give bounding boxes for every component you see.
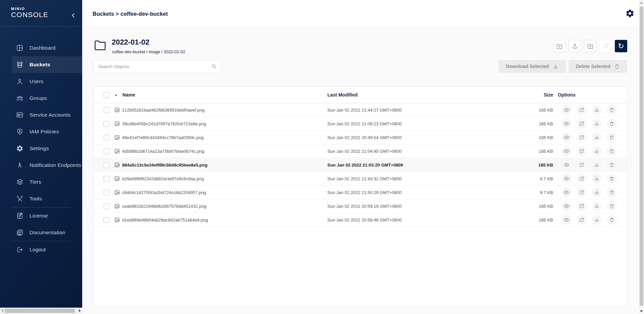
delete-object-button[interactable] [607, 201, 617, 211]
upload-file-button[interactable] [569, 40, 581, 52]
last-modified-column-header[interactable]: Last Modified [327, 92, 524, 98]
row-checkbox[interactable] [104, 148, 109, 154]
object-name[interactable]: 48e41ef7e69c443494cc78b7aaf25fdc.png [122, 135, 204, 140]
share-object-button[interactable] [577, 215, 587, 225]
sidebar-item-service-accounts[interactable]: Service Accounts [0, 107, 82, 123]
delete-object-button[interactable] [607, 187, 617, 197]
share-object-button[interactable] [577, 174, 587, 184]
object-name[interactable]: ceab9832b11948bfb2887578dd451432.png [122, 204, 206, 209]
delete-object-button[interactable] [607, 119, 617, 129]
table-row[interactable]: c8dd4c1d270f43a2b4724ccbb2204957.png Sun… [94, 186, 627, 199]
delete-object-button[interactable] [607, 174, 617, 184]
scroll-up-arrow-icon[interactable] [640, 2, 643, 4]
sidebar-item-tools[interactable]: Tools [0, 190, 82, 207]
download-object-button[interactable] [592, 201, 602, 211]
object-name[interactable]: d1ed868d48b54dd29ac842ab751a64e8.png [122, 217, 208, 223]
download-object-button[interactable] [592, 160, 602, 170]
object-name[interactable]: 212b052b1bad482fb8369533ebf0aeef.png [122, 108, 205, 113]
share-object-button[interactable] [577, 187, 587, 197]
download-object-button[interactable] [592, 119, 602, 129]
download-object-button[interactable] [592, 174, 602, 184]
sidebar-item-buckets[interactable]: Buckets [0, 56, 82, 73]
scroll-left-arrow-icon[interactable] [1, 309, 3, 312]
share-object-button[interactable] [577, 119, 587, 129]
download-object-button[interactable] [592, 132, 602, 142]
object-name[interactable]: b29a08fbf92342d882dcbdf7e9c9c9aa.png [122, 176, 204, 181]
preview-object-button[interactable] [561, 215, 572, 225]
sidebar-item-tiers[interactable]: Tiers [0, 174, 82, 190]
table-row[interactable]: 884a5c13c5e34eff89c56d8c95bee8e5.png Sun… [94, 158, 627, 172]
share-object-button[interactable] [577, 105, 587, 115]
table-row[interactable]: b29a08fbf92342d882dcbdf7e9c9c9aa.png Sun… [94, 172, 627, 186]
preview-object-button[interactable] [561, 146, 572, 156]
row-checkbox[interactable] [104, 162, 109, 168]
sidebar-item-groups[interactable]: Groups [0, 90, 82, 107]
row-checkbox[interactable] [104, 203, 109, 209]
preview-object-button[interactable] [561, 201, 572, 211]
row-checkbox[interactable] [104, 107, 109, 113]
sidebar-item-iam-policies[interactable]: IAM Policies [0, 123, 82, 140]
delete-object-button[interactable] [607, 160, 617, 170]
sidebar-item-label: IAM Policies [30, 129, 59, 135]
share-object-button[interactable] [577, 160, 587, 170]
download-selected-button[interactable]: Download Selected [498, 60, 566, 73]
name-column-header[interactable]: ▲ Name [114, 92, 327, 98]
sidebar-item-logout[interactable]: Logout [0, 241, 82, 258]
preview-object-button[interactable] [561, 132, 572, 142]
table-row[interactable]: 212b052b1bad482fb8369533ebf0aeef.png Sun… [94, 103, 627, 117]
delete-selected-button[interactable]: Delete Selected [569, 60, 628, 73]
scroll-right-arrow-icon[interactable] [79, 309, 81, 312]
share-object-button[interactable] [577, 132, 587, 142]
table-row[interactable]: d1ed868d48b54dd29ac842ab751a64e8.png Sun… [94, 213, 627, 227]
download-object-button[interactable] [592, 105, 602, 115]
table-row[interactable]: 4d58f8b1b6714a23a73fd47bfae0b74c.png Sun… [94, 144, 627, 158]
sidebar-item-dashboard[interactable]: Dashboard [0, 40, 82, 56]
delete-object-button[interactable] [607, 132, 617, 142]
rewind-button[interactable]: ↺ [599, 40, 612, 52]
scroll-down-arrow-icon[interactable] [640, 310, 643, 312]
download-object-button[interactable] [592, 146, 602, 156]
select-all-checkbox[interactable] [104, 92, 109, 98]
object-name[interactable]: 884a5c13c5e34eff89c56d8c95bee8e5.png [122, 163, 207, 168]
row-checkbox[interactable] [104, 217, 109, 223]
row-checkbox[interactable] [104, 135, 109, 140]
new-path-button[interactable] [553, 40, 566, 52]
object-name[interactable]: 4d58f8b1b6714a23a73fd47bfae0b74c.png [122, 149, 204, 154]
preview-object-button[interactable] [561, 187, 572, 197]
share-object-button[interactable] [577, 146, 587, 156]
upload-folder-button[interactable] [584, 40, 596, 52]
share-object-button[interactable] [577, 201, 587, 211]
download-object-button[interactable] [592, 187, 602, 197]
delete-object-button[interactable] [607, 105, 617, 115]
sidebar-item-documentation[interactable]: Documentation [0, 224, 82, 241]
row-checkbox[interactable] [104, 176, 109, 182]
horizontal-scrollbar-thumb[interactable] [5, 309, 75, 313]
object-path-breadcrumb[interactable]: coffee-dev-bucket / image / 2022-01-02 [112, 50, 185, 54]
delete-object-button[interactable] [607, 146, 617, 156]
refresh-button[interactable]: ↻ [615, 40, 627, 52]
table-row[interactable]: ceab9832b11948bfb2887578dd451432.png Sun… [94, 199, 627, 213]
sidebar-item-settings[interactable]: Settings [0, 140, 82, 157]
vertical-scrollbar-thumb[interactable] [640, 7, 643, 306]
table-row[interactable]: 39cd6b405bc241d7897e782fcb722e8e.png Sun… [94, 117, 627, 131]
object-name[interactable]: c8dd4c1d270f43a2b4724ccbb2204957.png [122, 190, 206, 195]
sidebar-item-users[interactable]: Users [0, 73, 82, 90]
size-column-header[interactable]: Size [524, 92, 553, 98]
table-row[interactable]: 48e41ef7e69c443494cc78b7aaf25fdc.png Sun… [94, 131, 627, 144]
object-name[interactable]: 39cd6b405bc241d7897e782fcb722e8e.png [122, 121, 206, 126]
preview-object-button[interactable] [561, 174, 572, 184]
preview-object-button[interactable] [561, 119, 572, 129]
delete-object-button[interactable] [607, 215, 617, 225]
console-settings-button[interactable] [625, 9, 635, 18]
horizontal-scrollbar[interactable] [0, 308, 82, 314]
row-checkbox[interactable] [104, 190, 109, 195]
vertical-scrollbar[interactable] [639, 0, 644, 314]
row-checkbox[interactable] [104, 121, 109, 127]
download-object-button[interactable] [592, 215, 602, 225]
preview-object-button[interactable] [561, 105, 572, 115]
sidebar-item-license[interactable]: License [0, 207, 82, 224]
sidebar-collapse-button[interactable] [69, 11, 78, 20]
sidebar-item-notification-endpoints[interactable]: Notification Endpoints [0, 157, 82, 174]
preview-object-button[interactable] [561, 160, 572, 170]
search-input[interactable] [93, 60, 221, 73]
